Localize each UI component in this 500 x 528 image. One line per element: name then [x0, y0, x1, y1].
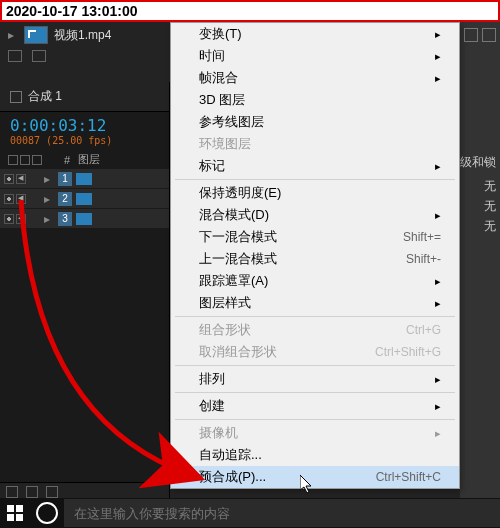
visibility-icon[interactable] — [4, 214, 14, 224]
menu-item[interactable]: 创建 — [171, 395, 459, 417]
menu-item-shortcut: Ctrl+Shift+G — [375, 345, 441, 359]
footer-toggle-1[interactable] — [8, 50, 22, 62]
menu-item[interactable]: 图层样式 — [171, 292, 459, 314]
timeline-columns: # 图层 — [0, 146, 169, 169]
menu-item-label: 参考线图层 — [199, 113, 264, 131]
comp-icon — [10, 91, 22, 103]
menu-item[interactable]: 自动追踪... — [171, 444, 459, 466]
menu-item-label: 3D 图层 — [199, 91, 245, 109]
svg-rect-1 — [16, 505, 23, 512]
visibility-icon[interactable] — [4, 194, 14, 204]
video-file-icon — [24, 26, 48, 44]
menu-item: 取消组合形状Ctrl+Shift+G — [171, 341, 459, 363]
menu-item-label: 帧混合 — [199, 69, 238, 87]
menu-item-label: 跟踪遮罩(A) — [199, 272, 268, 290]
menu-item[interactable]: 下一混合模式Shift+= — [171, 226, 459, 248]
menu-item-label: 预合成(P)... — [199, 468, 266, 486]
current-time[interactable]: 0:00:03:12 — [10, 116, 159, 135]
audio-icon[interactable] — [16, 194, 26, 204]
menu-item[interactable]: 预合成(P)...Ctrl+Shift+C — [171, 466, 459, 488]
windows-taskbar[interactable] — [0, 498, 500, 528]
timeline-panel: 合成 1 0:00:03:12 00087 (25.00 fps) # 图层 ▸… — [0, 82, 170, 500]
layer-thumbnail-icon — [76, 213, 92, 225]
menu-separator — [175, 316, 455, 317]
menu-item[interactable]: 标记 — [171, 155, 459, 177]
menu-item-label: 创建 — [199, 397, 225, 415]
layer-context-menu[interactable]: 变换(T)时间帧混合3D 图层参考线图层环境图层标记保持透明度(E)混合模式(D… — [170, 22, 460, 489]
menu-separator — [175, 392, 455, 393]
menu-item[interactable]: 帧混合 — [171, 67, 459, 89]
right-tool-icon-1[interactable] — [464, 28, 478, 42]
expand-arrow-icon[interactable]: ▸ — [44, 212, 54, 226]
footer-toggle-2[interactable] — [32, 50, 46, 62]
menu-item: 摄像机 — [171, 422, 459, 444]
expand-arrow-icon[interactable]: ▸ — [44, 172, 54, 186]
footer-btn-2[interactable] — [26, 486, 38, 498]
right-value-2[interactable]: 无 — [484, 198, 496, 215]
right-column-header: 级和锁 — [460, 154, 496, 171]
svg-point-4 — [37, 503, 57, 523]
layer-index: 3 — [58, 212, 72, 226]
visibility-icon[interactable] — [4, 174, 14, 184]
menu-item[interactable]: 混合模式(D) — [171, 204, 459, 226]
menu-item-label: 保持透明度(E) — [199, 184, 281, 202]
col-layer: 图层 — [78, 152, 100, 167]
menu-separator — [175, 419, 455, 420]
comp-name: 合成 1 — [28, 88, 62, 105]
footer-btn-1[interactable] — [6, 486, 18, 498]
layer-list: ▸1▸2▸3 — [0, 169, 169, 229]
right-value-1[interactable]: 无 — [484, 178, 496, 195]
layer-row[interactable]: ▸3 — [0, 209, 169, 229]
menu-item[interactable]: 保持透明度(E) — [171, 182, 459, 204]
right-tool-icon-2[interactable] — [482, 28, 496, 42]
menu-item: 环境图层 — [171, 133, 459, 155]
cortana-icon[interactable] — [34, 500, 60, 526]
menu-item[interactable]: 时间 — [171, 45, 459, 67]
right-panel: 级和锁 无 无 无 — [460, 22, 500, 502]
menu-item[interactable]: 跟踪遮罩(A) — [171, 270, 459, 292]
composition-tab[interactable]: 合成 1 — [0, 82, 169, 112]
menu-item-label: 上一混合模式 — [199, 250, 277, 268]
menu-item-shortcut: Ctrl+G — [406, 323, 441, 337]
menu-item-label: 下一混合模式 — [199, 228, 277, 246]
svg-rect-2 — [7, 514, 14, 521]
menu-item-label: 排列 — [199, 370, 225, 388]
menu-item[interactable]: 变换(T) — [171, 23, 459, 45]
expand-arrow-icon[interactable]: ▸ — [8, 28, 18, 42]
menu-item: 组合形状Ctrl+G — [171, 319, 459, 341]
layer-thumbnail-icon — [76, 193, 92, 205]
expand-arrow-icon[interactable]: ▸ — [44, 192, 54, 206]
menu-item-label: 组合形状 — [199, 321, 251, 339]
menu-separator — [175, 365, 455, 366]
timestamp-overlay: 2020-10-17 13:01:00 — [0, 0, 500, 22]
menu-item[interactable]: 参考线图层 — [171, 111, 459, 133]
menu-item-shortcut: Ctrl+Shift+C — [376, 470, 441, 484]
col-num: # — [64, 154, 70, 166]
menu-item-label: 混合模式(D) — [199, 206, 269, 224]
start-button[interactable] — [0, 498, 30, 528]
menu-item-label: 标记 — [199, 157, 225, 175]
menu-item-label: 环境图层 — [199, 135, 251, 153]
menu-item-label: 取消组合形状 — [199, 343, 277, 361]
taskbar-search-input[interactable] — [64, 499, 500, 527]
right-value-3[interactable]: 无 — [484, 218, 496, 235]
layer-row[interactable]: ▸1 — [0, 169, 169, 189]
menu-item[interactable]: 排列 — [171, 368, 459, 390]
menu-item[interactable]: 3D 图层 — [171, 89, 459, 111]
layer-row[interactable]: ▸2 — [0, 189, 169, 209]
menu-item-shortcut: Shift+= — [403, 230, 441, 244]
layer-index: 2 — [58, 192, 72, 206]
menu-item[interactable]: 上一混合模式Shift+- — [171, 248, 459, 270]
layer-index: 1 — [58, 172, 72, 186]
menu-separator — [175, 179, 455, 180]
timecode-display[interactable]: 0:00:03:12 00087 (25.00 fps) — [0, 112, 169, 146]
svg-rect-3 — [16, 514, 23, 521]
app-root: 2020-10-17 13:01:00 ▸ 视频1.mp4 AV 8 bpc 级… — [0, 0, 500, 528]
file-name: 视频1.mp4 — [54, 27, 111, 44]
audio-icon[interactable] — [16, 214, 26, 224]
menu-item-label: 摄像机 — [199, 424, 238, 442]
audio-icon[interactable] — [16, 174, 26, 184]
footer-btn-3[interactable] — [46, 486, 58, 498]
frame-info: 00087 (25.00 fps) — [10, 135, 159, 146]
menu-item-label: 变换(T) — [199, 25, 242, 43]
